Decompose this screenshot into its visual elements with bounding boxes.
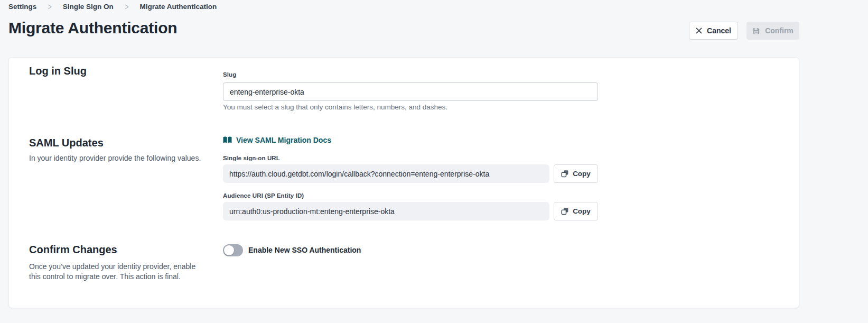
breadcrumb-single-sign-on[interactable]: Single Sign On bbox=[63, 3, 114, 11]
save-icon bbox=[752, 27, 760, 35]
login-slug-heading: Log in Slug bbox=[29, 65, 87, 77]
enable-sso-toggle[interactable] bbox=[223, 244, 243, 256]
breadcrumb-migrate-authentication: Migrate Authentication bbox=[139, 3, 217, 11]
copy-button-label: Copy bbox=[573, 207, 591, 215]
slug-field-label: Slug bbox=[223, 71, 236, 78]
confirm-changes-heading: Confirm Changes bbox=[29, 244, 117, 256]
chevron-right-icon: > bbox=[48, 1, 52, 12]
cancel-button-label: Cancel bbox=[707, 26, 731, 35]
audience-uri-label: Audience URI (SP Entity ID) bbox=[223, 192, 304, 199]
sso-url-label: Single sign-on URL bbox=[223, 155, 280, 161]
confirm-button[interactable]: Confirm bbox=[746, 22, 799, 40]
toggle-knob bbox=[224, 245, 234, 255]
audience-uri-field[interactable]: urn:auth0:us-production-mt:enteng-enterp… bbox=[223, 202, 549, 220]
settings-card: Log in Slug Slug You must select a slug … bbox=[8, 57, 799, 308]
saml-updates-heading: SAML Updates bbox=[29, 137, 104, 149]
chevron-right-icon: > bbox=[125, 1, 129, 12]
page-title: Migrate Authentication bbox=[8, 19, 178, 37]
sso-url-field[interactable]: https://auth.cloud.getdbt.com/login/call… bbox=[223, 164, 549, 183]
confirm-changes-description: Once you’ve updated your identity provid… bbox=[29, 262, 199, 282]
copy-icon bbox=[561, 207, 569, 215]
confirm-button-label: Confirm bbox=[765, 26, 794, 35]
slug-helper-text: You must select a slug that only contain… bbox=[223, 103, 447, 111]
view-saml-migration-docs-label: View SAML Migration Docs bbox=[236, 136, 331, 144]
migrate-authentication-page: Settings > Single Sign On > Migrate Auth… bbox=[0, 0, 868, 323]
breadcrumb: Settings > Single Sign On > Migrate Auth… bbox=[8, 3, 217, 11]
saml-updates-description: In your identity provider provide the fo… bbox=[29, 153, 203, 163]
breadcrumb-settings[interactable]: Settings bbox=[8, 3, 36, 11]
view-saml-migration-docs-link[interactable]: View SAML Migration Docs bbox=[223, 136, 331, 144]
copy-icon bbox=[561, 170, 569, 178]
copy-audience-uri-button[interactable]: Copy bbox=[554, 202, 598, 220]
cancel-button[interactable]: Cancel bbox=[689, 22, 738, 40]
copy-sso-url-button[interactable]: Copy bbox=[554, 164, 598, 183]
book-icon bbox=[223, 136, 232, 144]
copy-button-label: Copy bbox=[573, 170, 591, 178]
slug-input[interactable] bbox=[223, 82, 598, 101]
close-icon bbox=[696, 27, 702, 34]
enable-sso-toggle-label: Enable New SSO Authentication bbox=[248, 246, 361, 254]
